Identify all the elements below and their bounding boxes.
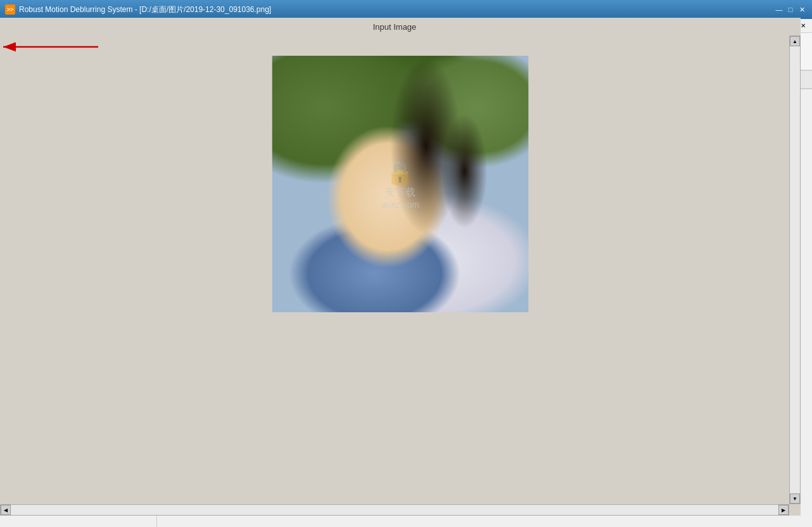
vertical-scrollbar[interactable]: ▲ ▼ [789, 71, 801, 504]
horizontal-scrollbar[interactable]: ◀ ▶ [157, 504, 789, 516]
app-icon: >> [5, 4, 15, 15]
restore-button[interactable]: □ [785, 4, 796, 15]
right-panel: Input ✕ Input Image [157, 71, 812, 527]
image-frame: Input Image 🔒 安下载 anxz [157, 71, 801, 516]
close-button[interactable]: ✕ [797, 4, 807, 15]
window-title: Robust Motion Deblurring System - [D:/桌面… [19, 4, 271, 15]
photo-display: 🔒 安下载 anxz.com [272, 71, 529, 312]
titlebar-controls[interactable]: — □ ✕ [774, 4, 807, 15]
titlebar: >> Robust Motion Deblurring System - [D:… [0, 0, 812, 19]
main-content: Blur Size Small Medium Large Cus [0, 71, 812, 527]
minimize-button[interactable]: — [774, 4, 784, 15]
scrollbar-down-button[interactable]: ▼ [790, 493, 800, 504]
titlebar-left: >> Robust Motion Deblurring System - [D:… [5, 4, 271, 15]
scrollbar-h-track [157, 505, 778, 515]
scrollbar-right-button[interactable]: ▶ [778, 505, 789, 515]
scrollbar-track [790, 71, 800, 493]
